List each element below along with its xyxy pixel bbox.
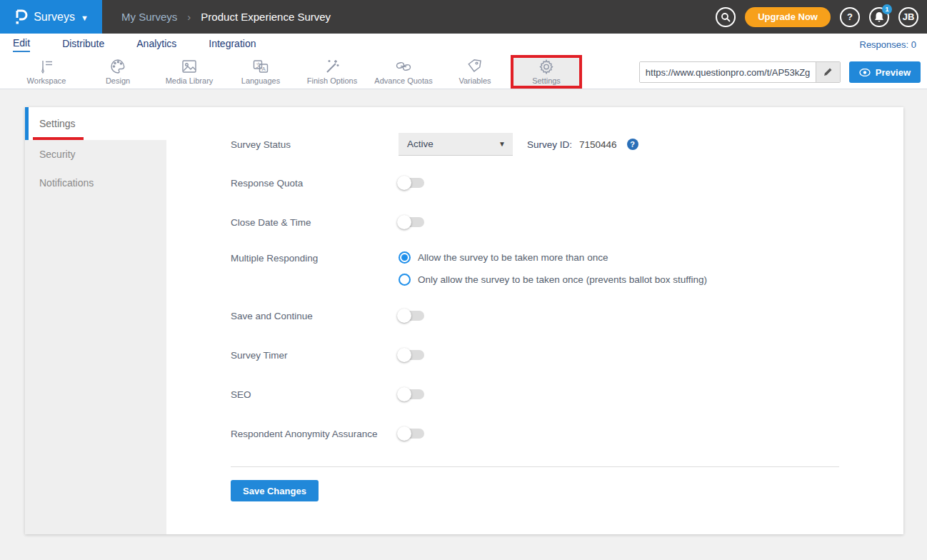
sidebar-item-label: Security: [39, 149, 76, 160]
question-mark-icon: ?: [847, 11, 853, 22]
svg-text:A: A: [262, 66, 266, 72]
design-icon: [109, 59, 126, 74]
search-button[interactable]: [716, 7, 736, 27]
sidebar-item-security[interactable]: Security: [25, 140, 166, 169]
eye-icon: [859, 69, 871, 76]
radio-option-allow-multiple[interactable]: Allow the survey to be taken more than o…: [399, 251, 707, 264]
edit-toolbar: Workspace Design Media Library 文 A Langu…: [0, 55, 927, 89]
preview-label: Preview: [876, 67, 911, 78]
survey-id-help-icon[interactable]: ?: [627, 139, 638, 150]
breadcrumb-separator-icon: ›: [187, 11, 191, 23]
seo-row: SEO: [231, 384, 864, 404]
anonymity-row: Respondent Anonymity Assurance: [231, 424, 864, 444]
toolbar-item-media-library[interactable]: Media Library: [154, 55, 225, 89]
survey-nav: Edit Distribute Analytics Integration Re…: [0, 34, 927, 55]
response-quota-toggle[interactable]: [399, 178, 424, 188]
save-changes-button[interactable]: Save Changes: [231, 480, 319, 501]
survey-status-select[interactable]: Active ▼: [399, 133, 513, 156]
survey-timer-toggle[interactable]: [399, 350, 424, 360]
radio-selected-icon: [399, 251, 411, 264]
close-date-toggle[interactable]: [399, 217, 424, 227]
survey-url-group: [639, 61, 841, 83]
product-switcher[interactable]: Surveys ▼: [0, 0, 102, 34]
toggle-knob: [397, 426, 411, 441]
radio-option-label: Allow the survey to be taken more than o…: [418, 252, 608, 263]
save-and-continue-toggle[interactable]: [399, 311, 424, 321]
breadcrumb-parent[interactable]: My Surveys: [121, 11, 177, 23]
sidebar-list: Security Notifications: [25, 140, 166, 534]
nav-tab-integration[interactable]: Integration: [209, 38, 256, 51]
multiple-responding-options: Allow the survey to be taken more than o…: [399, 251, 707, 286]
page-title: Product Experience Survey: [201, 11, 331, 23]
advance-quotas-icon: [395, 59, 412, 74]
responses-count: Responses: 0: [860, 39, 917, 50]
toggle-knob: [397, 387, 411, 401]
toolbar-item-label: Design: [106, 76, 130, 85]
close-date-row: Close Date & Time: [231, 212, 864, 232]
toolbar-item-variables[interactable]: Variables: [439, 55, 511, 89]
topbar-actions: Upgrade Now ? 1 JB: [716, 0, 927, 34]
toolbar-item-settings[interactable]: Settings: [511, 55, 582, 89]
anonymity-toggle[interactable]: [399, 429, 424, 439]
toolbar-item-languages[interactable]: 文 A Languages: [225, 55, 296, 89]
upgrade-now-button[interactable]: Upgrade Now: [745, 7, 831, 27]
variables-icon: [466, 59, 483, 74]
toolbar-item-label: Languages: [241, 76, 280, 85]
toolbar-item-workspace[interactable]: Workspace: [11, 55, 82, 89]
survey-timer-row: Survey Timer: [231, 345, 864, 365]
radio-unselected-icon: [399, 274, 411, 286]
settings-content: Survey Status Active ▼ Survey ID: 715044…: [166, 107, 903, 501]
settings-gear-icon: [538, 59, 555, 74]
anonymity-label: Respondent Anonymity Assurance: [231, 429, 399, 439]
settings-card: Settings Security Notifications Survey S…: [25, 107, 903, 534]
toggle-knob: [397, 215, 411, 229]
nav-tab-distribute[interactable]: Distribute: [62, 38, 104, 51]
toggle-knob: [397, 309, 411, 323]
settings-sidebar: Settings Security Notifications: [25, 107, 166, 534]
radio-option-only-once[interactable]: Only allow the survey to be taken once (…: [399, 274, 707, 286]
radio-option-label: Only allow the survey to be taken once (…: [418, 274, 707, 285]
seo-toggle[interactable]: [399, 389, 424, 399]
multiple-responding-label: Multiple Responding: [231, 251, 399, 264]
nav-tab-analytics[interactable]: Analytics: [136, 38, 176, 51]
active-indicator-strip: [25, 107, 29, 140]
toolbar-item-label: Settings: [532, 76, 561, 85]
survey-id-group: Survey ID: 7150446: [527, 139, 617, 150]
media-library-icon: [181, 59, 198, 74]
avatar[interactable]: JB: [898, 7, 918, 27]
toggle-knob: [397, 176, 411, 190]
finish-options-icon: [324, 59, 341, 74]
survey-status-row: Survey Status Active ▼ Survey ID: 715044…: [231, 133, 864, 156]
nav-tab-edit[interactable]: Edit: [13, 37, 30, 52]
toolbar-item-design[interactable]: Design: [82, 55, 154, 89]
sidebar-item-notifications[interactable]: Notifications: [25, 169, 166, 197]
toolbar-item-label: Finish Options: [307, 76, 357, 85]
toolbar-item-label: Media Library: [166, 76, 214, 85]
sidebar-item-label: Settings: [39, 118, 76, 129]
questionpro-logo-icon: [14, 9, 28, 26]
sidebar-item-settings[interactable]: Settings: [25, 107, 166, 140]
product-menu-label: Surveys: [34, 11, 75, 24]
notification-badge: 1: [882, 4, 892, 14]
main-area: Settings Security Notifications Survey S…: [0, 89, 927, 534]
survey-url-input[interactable]: [640, 62, 816, 82]
save-and-continue-label: Save and Continue: [231, 311, 399, 321]
toolbar-right-actions: Preview: [639, 61, 921, 83]
edit-url-button[interactable]: [816, 62, 840, 82]
survey-status-value: Active: [407, 139, 434, 149]
toolbar-item-label: Variables: [459, 76, 491, 85]
pencil-icon: [823, 67, 833, 77]
survey-timer-label: Survey Timer: [231, 350, 399, 361]
survey-id-label: Survey ID:: [527, 139, 572, 150]
breadcrumb: My Surveys › Product Experience Survey: [102, 0, 331, 34]
survey-id-value: 7150446: [579, 139, 617, 150]
help-button[interactable]: ?: [840, 7, 860, 27]
notifications-button[interactable]: 1: [869, 7, 889, 27]
toggle-knob: [397, 348, 411, 362]
toolbar-item-finish-options[interactable]: Finish Options: [296, 55, 368, 89]
bell-icon: [874, 11, 884, 22]
preview-button[interactable]: Preview: [849, 61, 921, 83]
toolbar-item-advance-quotas[interactable]: Advance Quotas: [368, 55, 439, 89]
chevron-down-icon: ▼: [498, 140, 506, 148]
save-and-continue-row: Save and Continue: [231, 306, 864, 326]
